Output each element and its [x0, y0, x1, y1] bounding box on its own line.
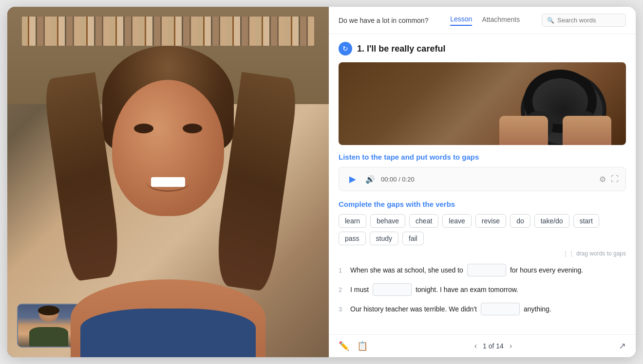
sentence-num-2: 2: [339, 286, 346, 293]
volume-icon[interactable]: 🔊: [365, 175, 375, 184]
right-eye: [183, 124, 202, 133]
page-indicator: 1 of 14: [483, 342, 504, 350]
thumbnail-body: [29, 327, 68, 346]
headphones-image: [339, 62, 626, 145]
sentence-3-part-2: anything.: [524, 305, 551, 313]
teeth: [151, 177, 185, 187]
word-chip-leave[interactable]: leave: [442, 214, 471, 228]
word-chip-do[interactable]: do: [510, 214, 530, 228]
word-chip-revise[interactable]: revise: [475, 214, 506, 228]
gap-input-2[interactable]: [373, 283, 412, 296]
clothing: [80, 309, 256, 357]
sentence-row-3: 3 Our history teacher was terrible. We d…: [339, 303, 626, 315]
prev-page-button[interactable]: ‹: [474, 342, 477, 350]
sentence-2-part-1: I must: [350, 286, 369, 293]
pencil-icon[interactable]: ✏️: [339, 341, 349, 351]
screen-icon[interactable]: ⛶: [611, 175, 619, 183]
word-chip-pass[interactable]: pass: [339, 232, 366, 245]
lesson-image: [339, 62, 626, 145]
left-hand: [499, 116, 548, 145]
bottom-left-icons: ✏️ 📋: [339, 341, 368, 351]
lesson-panel: Do we have a lot in common? Lesson Attac…: [329, 7, 636, 357]
word-chip-takedo[interactable]: take/do: [534, 214, 569, 228]
gap-section-label: Complete the gaps with the verbs: [339, 200, 626, 208]
sentence-1-part-1: When she was at school, she used to: [350, 266, 463, 274]
lesson-title: Do we have a lot in common?: [339, 17, 428, 24]
lesson-tabs: Lesson Attachments: [450, 15, 520, 26]
sentence-row-1: 1 When she was at school, she used to fo…: [339, 264, 626, 276]
word-chip-behave[interactable]: behave: [370, 214, 405, 228]
sentence-1-part-2: for hours every evening.: [510, 266, 583, 274]
face-oval: [112, 80, 224, 216]
exit-icon[interactable]: ↗: [619, 341, 626, 351]
lesson-heading: ↻ 1. I'll be really careful: [339, 42, 626, 55]
thumbnail-hair: [38, 306, 59, 315]
word-chip-cheat[interactable]: cheat: [409, 214, 438, 228]
sentences: 1 When she was at school, she used to fo…: [339, 264, 626, 315]
drag-hint: ⋮⋮ drag words to gaps: [339, 250, 626, 257]
drag-hint-text: drag words to gaps: [576, 250, 626, 257]
word-chip-fail[interactable]: fail: [402, 232, 424, 245]
gap-input-3[interactable]: [481, 303, 520, 315]
app-container: 👍 ❤️ ▲ Do we have a lot in common? Lesso…: [7, 7, 636, 357]
tab-attachments[interactable]: Attachments: [482, 16, 520, 25]
audio-player[interactable]: ▶ 🔊 00:00 / 0:20 ⚙ ⛶: [339, 167, 626, 191]
word-chips: learn behave cheat leave revise do take/…: [339, 214, 626, 245]
search-box[interactable]: 🔍: [542, 14, 626, 27]
sentence-num-3: 3: [339, 306, 346, 313]
right-hand: [563, 116, 611, 145]
video-panel: 👍 ❤️ ▲: [7, 7, 329, 357]
audio-section-label: Listen to the tape and put words to gaps: [339, 153, 626, 161]
gap-input-1[interactable]: [467, 264, 506, 276]
drag-icon: ⋮⋮: [563, 250, 574, 257]
lesson-bottom-bar: ✏️ 📋 ‹ 1 of 14 › ↗: [329, 334, 636, 357]
word-chip-start[interactable]: start: [573, 214, 599, 228]
sentence-3-part-1: Our history teacher was terrible. We did…: [350, 305, 477, 313]
tab-lesson[interactable]: Lesson: [450, 15, 472, 26]
left-eye: [134, 124, 153, 133]
sync-icon: ↻: [339, 42, 352, 55]
notes-icon[interactable]: 📋: [357, 341, 368, 351]
search-input[interactable]: [557, 17, 621, 24]
section-number: 1.: [357, 44, 364, 54]
lesson-topbar: Do we have a lot in common? Lesson Attac…: [329, 7, 636, 34]
section-heading: 1. I'll be really careful: [357, 44, 445, 54]
word-chip-study[interactable]: study: [370, 232, 398, 245]
word-chip-learn[interactable]: learn: [339, 214, 366, 228]
lesson-content: ↻ 1. I'll be really careful: [329, 34, 636, 334]
time-display: 00:00 / 0:20: [381, 176, 415, 183]
sentence-2-part-2: tonight. I have an exam tomorrow.: [416, 286, 518, 293]
sentence-row-2: 2 I must tonight. I have an exam tomorro…: [339, 283, 626, 296]
play-button[interactable]: ▶: [346, 172, 359, 186]
sentence-num-1: 1: [339, 267, 346, 274]
section-title-text: I'll be really careful: [367, 44, 445, 54]
pagination: ‹ 1 of 14 ›: [474, 342, 512, 350]
audio-controls: ⚙ ⛶: [599, 175, 619, 184]
next-page-button[interactable]: ›: [510, 342, 512, 350]
settings-icon[interactable]: ⚙: [599, 175, 606, 184]
search-icon: 🔍: [547, 17, 554, 24]
